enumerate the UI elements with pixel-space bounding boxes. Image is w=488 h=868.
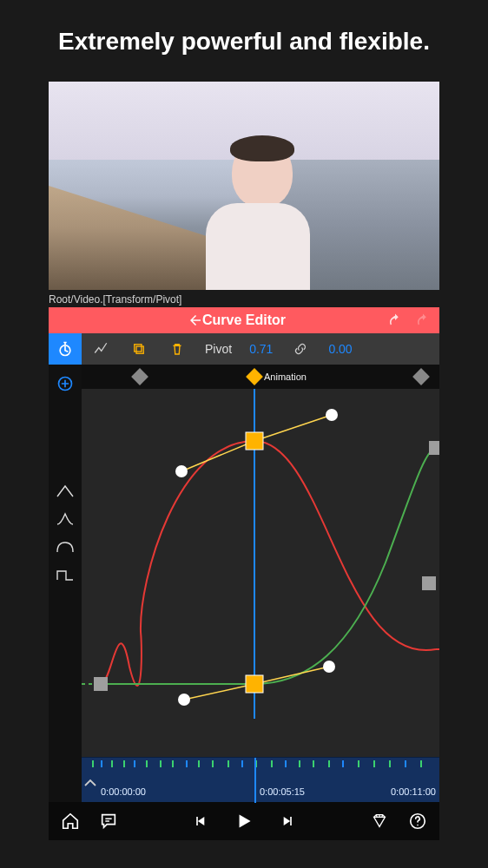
frame-back-icon[interactable] [193,812,210,830]
svg-rect-2 [136,346,143,353]
play-icon[interactable] [233,810,255,832]
undo-icon[interactable] [387,312,403,328]
svg-rect-12 [246,432,263,450]
property-label: Pivot [196,333,241,365]
svg-rect-9 [94,677,108,691]
svg-rect-37 [342,760,344,767]
svg-point-17 [323,661,335,673]
add-icon[interactable] [56,375,74,392]
ease-step-icon[interactable] [56,566,75,583]
svg-point-15 [326,409,338,421]
keyframe-label: Animation [264,372,307,382]
chevron-up-icon[interactable] [83,778,97,788]
curve-editor-titlebar: Curve Editor [49,307,439,333]
graph-icon[interactable] [82,333,120,365]
titlebar-title: Curve Editor [202,312,286,328]
side-toolbar [49,333,82,802]
svg-rect-29 [228,760,229,767]
svg-rect-18 [92,760,94,767]
svg-rect-11 [422,576,436,590]
keyframe-track[interactable]: Animation [82,365,439,389]
svg-rect-24 [160,760,162,767]
svg-point-16 [178,694,190,706]
ease-linear-icon[interactable] [56,483,75,500]
keyframe-marker[interactable] [412,368,430,385]
svg-rect-19 [101,760,102,767]
svg-rect-32 [271,760,273,767]
svg-rect-28 [212,760,214,767]
svg-rect-40 [389,760,391,767]
svg-rect-42 [420,760,422,767]
svg-rect-13 [246,675,263,693]
property-value-x[interactable]: 0.71 [241,333,281,365]
svg-point-14 [175,465,188,477]
bottom-toolbar [49,802,439,840]
svg-rect-33 [285,760,287,767]
keyframe-marker[interactable] [131,368,148,385]
svg-rect-3 [135,345,142,352]
comment-icon[interactable] [99,812,118,831]
back-icon[interactable] [188,312,203,328]
svg-rect-27 [198,760,200,767]
svg-rect-20 [111,760,113,767]
diamond-icon[interactable] [370,812,389,831]
svg-rect-22 [134,760,135,767]
breadcrumb: Root/Video.[Transform/Pivot] [49,290,439,307]
svg-rect-35 [313,760,314,767]
svg-line-8 [254,667,329,684]
promo-headline: Extremely powerful and flexible. [0,0,488,82]
svg-rect-23 [146,760,148,767]
svg-rect-25 [172,760,174,767]
help-icon[interactable] [408,812,427,831]
svg-rect-30 [241,760,243,767]
svg-rect-36 [328,760,330,767]
app-screen: Root/Video.[Transform/Pivot] Curve Edito… [49,82,439,840]
svg-rect-26 [186,760,188,767]
link-icon[interactable] [281,333,320,365]
ease-bell-icon[interactable] [56,538,75,556]
svg-line-5 [181,441,254,471]
home-icon[interactable] [61,812,80,831]
svg-rect-39 [373,760,375,767]
svg-rect-44 [196,817,198,825]
property-value-y[interactable]: 0.00 [320,333,360,365]
svg-rect-34 [299,760,300,767]
timecode-current: 0:00:05:15 [260,786,305,797]
svg-rect-45 [290,817,292,825]
stopwatch-icon[interactable] [49,333,82,365]
svg-rect-21 [123,760,125,767]
svg-line-7 [184,684,254,700]
curve-main: Pivot 0.71 0.00 Animation [82,333,439,802]
copy-icon[interactable] [120,333,158,365]
timecode-end: 0:00:11:00 [391,786,436,797]
svg-rect-10 [429,441,439,455]
ease-peak-icon[interactable] [56,510,75,528]
editor-body: Pivot 0.71 0.00 Animation [49,333,439,802]
curve-graph[interactable] [82,389,439,757]
timecode-start: 0:00:00:00 [101,786,146,797]
svg-rect-38 [358,760,359,767]
svg-line-6 [254,415,332,441]
redo-icon[interactable] [415,312,431,328]
delete-icon[interactable] [158,333,196,365]
timeline[interactable]: 0:00:00:00 0:00:05:15 0:00:11:00 [82,757,439,802]
video-preview[interactable] [49,82,439,290]
svg-rect-41 [405,760,406,767]
property-toolbar: Pivot 0.71 0.00 [82,333,439,365]
frame-forward-icon[interactable] [278,812,295,830]
keyframe-marker-active[interactable] [246,368,263,385]
